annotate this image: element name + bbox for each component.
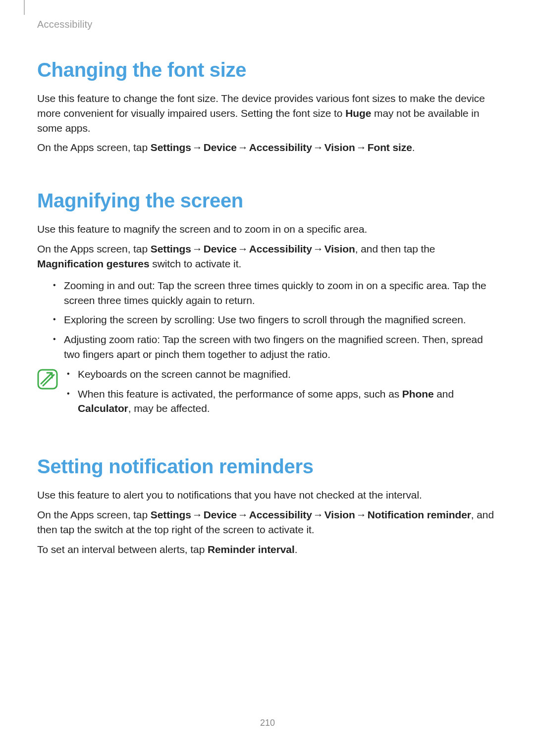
page-number: 210 bbox=[0, 718, 535, 728]
arrow-icon: → bbox=[355, 509, 368, 520]
text: and bbox=[434, 388, 454, 400]
path-settings: Settings bbox=[151, 509, 191, 520]
arrow-icon: → bbox=[312, 142, 324, 153]
path-device: Device bbox=[204, 509, 237, 520]
path-font-size: Font size bbox=[368, 142, 412, 153]
magnify-desc: Use this feature to magnify the screen a… bbox=[37, 222, 498, 237]
text: On the Apps screen, tap bbox=[37, 142, 151, 153]
path-device: Device bbox=[204, 142, 237, 153]
path-vision: Vision bbox=[324, 509, 355, 520]
bold-magnification-gestures: Magnification gestures bbox=[37, 258, 150, 269]
arrow-icon: → bbox=[237, 142, 249, 153]
arrow-icon: → bbox=[312, 509, 324, 520]
heading-reminders: Setting notification reminders bbox=[37, 455, 498, 478]
text: On the Apps screen, tap bbox=[37, 509, 151, 520]
reminders-interval: To set an interval between alerts, tap R… bbox=[37, 542, 498, 557]
list-item: Keyboards on the screen cannot be magnif… bbox=[67, 367, 498, 382]
page-container: Accessibility Changing the font size Use… bbox=[0, 0, 535, 756]
bold-reminder-interval: Reminder interval bbox=[208, 544, 295, 555]
path-accessibility: Accessibility bbox=[249, 142, 312, 153]
arrow-icon: → bbox=[355, 142, 368, 153]
arrow-icon: → bbox=[191, 509, 204, 520]
list-item: Adjusting zoom ratio: Tap the screen wit… bbox=[53, 332, 498, 362]
arrow-icon: → bbox=[312, 243, 324, 254]
magnify-path: On the Apps screen, tap Settings→Device→… bbox=[37, 242, 498, 271]
reminders-desc: Use this feature to alert you to notific… bbox=[37, 488, 498, 503]
list-item: Exploring the screen by scrolling: Use t… bbox=[53, 312, 498, 327]
path-device: Device bbox=[204, 243, 237, 254]
path-settings: Settings bbox=[151, 142, 191, 153]
font-size-desc: Use this feature to change the font size… bbox=[37, 91, 498, 135]
path-vision: Vision bbox=[324, 243, 355, 254]
reminders-path: On the Apps screen, tap Settings→Device→… bbox=[37, 507, 498, 537]
path-settings: Settings bbox=[151, 243, 191, 254]
breadcrumb: Accessibility bbox=[37, 19, 498, 30]
font-size-path: On the Apps screen, tap Settings→Device→… bbox=[37, 140, 498, 155]
text: , may be affected. bbox=[128, 403, 210, 414]
text: To set an interval between alerts, tap bbox=[37, 544, 208, 555]
path-notification-reminder: Notification reminder bbox=[368, 509, 471, 520]
text: , and then tap the bbox=[355, 243, 435, 254]
bold-huge: Huge bbox=[345, 107, 371, 119]
path-vision: Vision bbox=[324, 142, 355, 153]
text: . bbox=[295, 544, 298, 555]
arrow-icon: → bbox=[191, 142, 204, 153]
path-accessibility: Accessibility bbox=[249, 509, 312, 520]
bold-calculator: Calculator bbox=[78, 403, 128, 414]
text: On the Apps screen, tap bbox=[37, 243, 151, 254]
heading-magnify: Magnifying the screen bbox=[37, 190, 498, 212]
heading-font-size: Changing the font size bbox=[37, 59, 498, 81]
arrow-icon: → bbox=[191, 243, 204, 254]
note-block: Keyboards on the screen cannot be magnif… bbox=[37, 367, 498, 421]
page-edge-mark bbox=[24, 0, 25, 15]
list-item: Zooming in and out: Tap the screen three… bbox=[53, 278, 498, 308]
magnify-bullet-list: Zooming in and out: Tap the screen three… bbox=[37, 278, 498, 362]
note-icon bbox=[37, 369, 58, 392]
arrow-icon: → bbox=[237, 243, 249, 254]
text: switch to activate it. bbox=[150, 258, 242, 269]
note-bullet-list: Keyboards on the screen cannot be magnif… bbox=[67, 367, 498, 421]
path-accessibility: Accessibility bbox=[249, 243, 312, 254]
list-item: When this feature is activated, the perf… bbox=[67, 387, 498, 416]
text: . bbox=[412, 142, 415, 153]
arrow-icon: → bbox=[237, 509, 249, 520]
text: When this feature is activated, the perf… bbox=[78, 388, 402, 400]
bold-phone: Phone bbox=[402, 388, 434, 400]
